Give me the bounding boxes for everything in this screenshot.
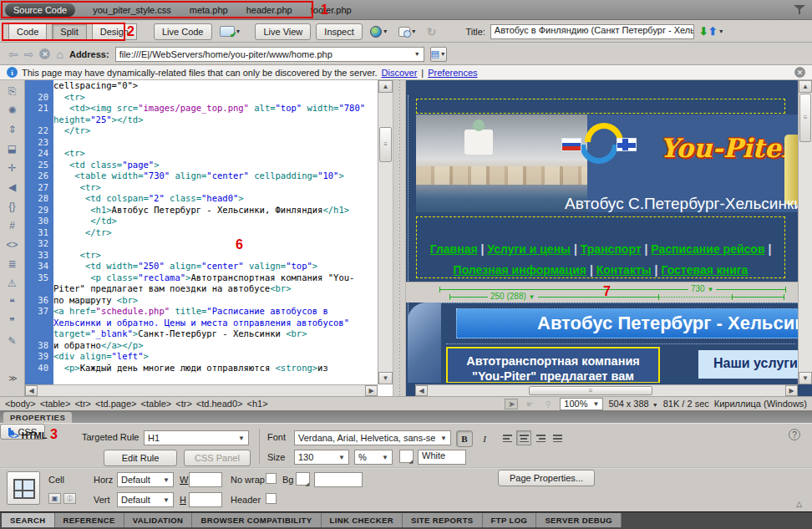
page-properties-button[interactable]: Page Properties...: [498, 470, 595, 486]
css-panel-button[interactable]: CSS Panel: [184, 450, 251, 466]
no-wrap-checkbox[interactable]: [266, 473, 277, 484]
tag-selector-item[interactable]: <body>: [5, 399, 36, 409]
format-source-code-icon[interactable]: ✎: [4, 333, 21, 348]
code-line[interactable]: 36по маршруту <br>: [25, 295, 378, 307]
size-dropdown[interactable]: 130▼: [294, 450, 349, 465]
code-line[interactable]: 40 <p>Каждый день многие люди отправляют…: [25, 363, 378, 374]
code-text[interactable]: <td class="page">: [53, 160, 378, 171]
align-center-icon[interactable]: [516, 430, 531, 445]
code-text[interactable]: <td colspan="2" class="head0">: [53, 193, 378, 205]
code-line[interactable]: cellspacing="0">: [25, 80, 378, 92]
syntax-error-alerts-icon[interactable]: ⚠: [4, 276, 21, 290]
hand-tool-icon[interactable]: ☛: [523, 399, 536, 409]
code-text[interactable]: <p class="reclama">Автотранспортная комп…: [53, 272, 378, 295]
highlight-invalid-code-icon[interactable]: <>: [4, 237, 21, 252]
promo-cell-selected[interactable]: Автотранспортная компания "You-Piter" пр…: [446, 347, 660, 383]
line-numbers-icon[interactable]: #: [4, 218, 21, 232]
scroll-right-icon[interactable]: ▶: [785, 385, 798, 396]
tag-selector-item[interactable]: <table>: [40, 399, 71, 409]
scrollbar-thumb[interactable]: ≡: [379, 127, 392, 162]
results-tab-ftp-log[interactable]: FTP LOG: [483, 513, 537, 527]
zoom-tool-icon[interactable]: ⚲: [541, 399, 555, 409]
tag-selector-item[interactable]: <td.head0>: [196, 399, 243, 409]
live-code-button[interactable]: Live Code: [154, 23, 212, 40]
split-view-button[interactable]: Split: [52, 23, 86, 40]
code-text[interactable]: <tr>: [53, 182, 378, 194]
horz-dropdown[interactable]: Default▼: [117, 472, 174, 487]
code-line[interactable]: 32: [25, 238, 378, 250]
text-color-swatch[interactable]: [399, 450, 414, 463]
code-text[interactable]: <td width="250" align="center" valign="t…: [53, 261, 378, 272]
results-tab-reference[interactable]: REFERENCE: [55, 513, 124, 527]
code-text[interactable]: <td><img src="images/page_top.png" alt="…: [53, 103, 378, 125]
align-justify-icon[interactable]: [550, 430, 565, 445]
code-line[interactable]: 31 </tr>: [25, 227, 378, 239]
code-line[interactable]: 35 <p class="reclama">Автотранспортная к…: [25, 272, 378, 295]
code-text[interactable]: </tr>: [53, 227, 378, 239]
split-cell-icon[interactable]: ⎅: [63, 493, 76, 504]
code-line[interactable]: 33 <tr>: [25, 250, 378, 262]
magnification-dropdown[interactable]: 100%▼: [560, 398, 603, 410]
select-tool-icon[interactable]: ➤: [505, 399, 518, 409]
collapse-full-tag-icon[interactable]: ⇕: [4, 122, 21, 136]
bold-button[interactable]: B: [456, 430, 473, 447]
address-input[interactable]: file:///E|/WebServers/home/you-piter/www…: [115, 47, 424, 62]
word-wrap-icon[interactable]: ≣: [4, 257, 21, 271]
remove-comment-icon[interactable]: ❞: [4, 314, 21, 328]
tag-selector-item[interactable]: <td.page>: [95, 399, 137, 409]
table-width-bar[interactable]: 730 ▼ 250 (288) ▼ 7: [406, 282, 798, 303]
align-right-icon[interactable]: [533, 430, 548, 445]
results-tab-link-checker[interactable]: LINK CHECKER: [322, 513, 403, 527]
code-text[interactable]: по маршруту <br>: [53, 295, 378, 307]
preferences-link[interactable]: Preferences: [428, 68, 477, 78]
code-line[interactable]: 39<div align="left">: [25, 351, 378, 363]
design-view-pane[interactable]: You-Piter Автобус С.Петербург-Хельсинки …: [406, 80, 812, 396]
code-text[interactable]: <table width="730" align="center" cellpa…: [53, 170, 378, 182]
stop-icon[interactable]: ✕: [39, 48, 50, 59]
code-text[interactable]: <tr>: [53, 92, 378, 104]
code-vertical-scrollbar[interactable]: ▲ ≡ ▼: [378, 80, 393, 384]
tag-selector-item[interactable]: <table>: [141, 399, 172, 409]
code-text[interactable]: и обратно</a></p>: [53, 340, 378, 352]
code-text[interactable]: [53, 238, 378, 250]
bg-color-field[interactable]: [314, 472, 363, 487]
code-view-button[interactable]: Code: [8, 23, 47, 40]
design-vertical-scrollbar[interactable]: ▲ ≡ ▼: [798, 80, 812, 384]
code-line[interactable]: 23: [25, 137, 378, 149]
header-checkbox[interactable]: [266, 493, 277, 504]
code-line[interactable]: 21 <td><img src="images/page_top.png" al…: [25, 103, 378, 125]
code-line[interactable]: 38и обратно</a></p>: [25, 340, 378, 352]
coding-toolbar-more-icon[interactable]: ≫: [8, 374, 15, 383]
filter-icon[interactable]: [794, 3, 805, 15]
scroll-down-icon[interactable]: ▼: [378, 372, 393, 384]
vert-dropdown[interactable]: Default▼: [117, 492, 174, 507]
open-documents-icon[interactable]: ⎘: [4, 84, 21, 98]
code-view-pane[interactable]: cellspacing="0">20 <tr>21 <td><img src="…: [25, 80, 393, 396]
scroll-up-icon[interactable]: ▲: [799, 80, 812, 93]
source-code-tab[interactable]: Source Code: [5, 3, 75, 17]
code-text[interactable]: </tr>: [53, 125, 378, 137]
window-size-value[interactable]: 504 x 388 ▼: [608, 399, 657, 409]
code-line[interactable]: 20 <tr>: [25, 92, 378, 104]
related-file-tab[interactable]: you_piter_style.css: [93, 5, 171, 15]
nav-link[interactable]: Главная: [430, 242, 478, 256]
edit-rule-button[interactable]: Edit Rule: [104, 450, 177, 466]
nav-link[interactable]: Услуги и цены: [487, 242, 571, 256]
code-line[interactable]: 28 <td colspan="2" class="head0">: [25, 193, 378, 205]
nav-link[interactable]: Контакты: [596, 263, 652, 277]
check-markup-icon[interactable]: ▼: [217, 23, 244, 40]
code-text[interactable]: <tr>: [53, 148, 378, 160]
code-text[interactable]: <tr>: [53, 250, 378, 262]
scroll-up-icon[interactable]: ▲: [378, 80, 393, 93]
code-line[interactable]: 37<a href="schedule.php" title="Расписан…: [25, 306, 378, 340]
code-text[interactable]: <p>Каждый день многие люди отправляются …: [53, 363, 378, 374]
scrollbar-thumb[interactable]: ≡: [529, 386, 652, 395]
help-icon[interactable]: ?: [789, 429, 800, 440]
tag-selector-item[interactable]: <tr>: [74, 399, 91, 409]
scroll-right-icon[interactable]: ▶: [365, 385, 378, 396]
address-dropdown-icon[interactable]: ▼: [414, 51, 420, 57]
forward-icon[interactable]: ⇨: [24, 48, 34, 61]
inspect-button[interactable]: Inspect: [316, 23, 362, 40]
code-line[interactable]: 30 </td>: [25, 216, 378, 227]
targeted-rule-dropdown[interactable]: H1▼: [144, 430, 249, 445]
